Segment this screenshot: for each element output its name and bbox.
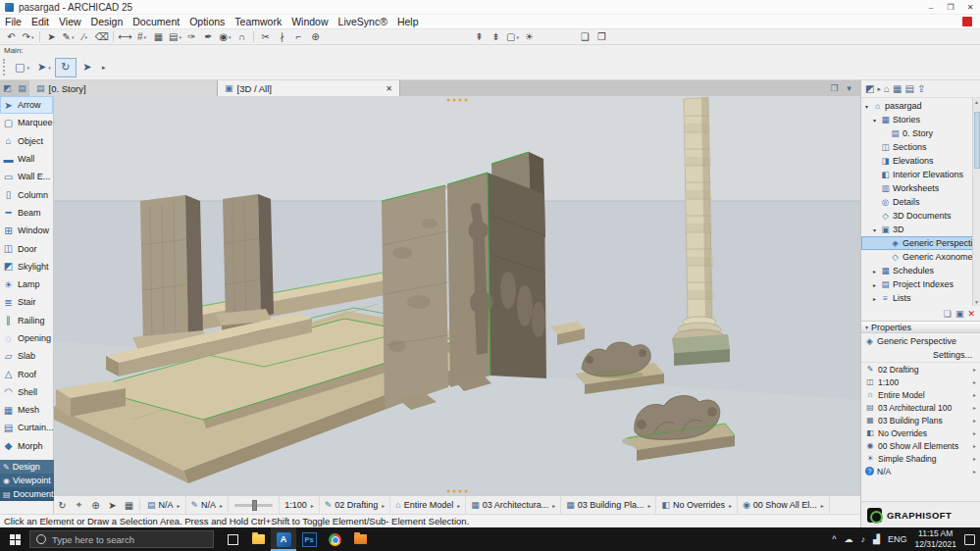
- archicad-taskbar-button[interactable]: A: [271, 527, 296, 551]
- polyline-icon[interactable]: ∕: [77, 29, 92, 44]
- tree-item-3d-documents[interactable]: ◇ 3D Documents: [861, 209, 980, 223]
- scroll-up-icon[interactable]: ▲: [974, 99, 979, 105]
- tree-item-3d[interactable]: ▾ ▣ 3D: [861, 223, 980, 236]
- magnet-icon[interactable]: ∩: [234, 29, 249, 44]
- orange-folder-button[interactable]: [347, 527, 373, 551]
- tree-item-details[interactable]: ◎ Details: [861, 195, 980, 209]
- section-document[interactable]: ▤ Document: [0, 487, 54, 501]
- section-viewpoint[interactable]: ◉ Viewpoint: [0, 474, 54, 487]
- tab-list-icon[interactable]: ❐: [827, 83, 842, 93]
- wall-tool[interactable]: ▬ Wall: [0, 150, 53, 168]
- news-badge-icon[interactable]: [962, 17, 972, 26]
- scrollbar-thumb[interactable]: [974, 112, 980, 169]
- zoom-icon[interactable]: ⊕: [308, 29, 323, 44]
- menu-item[interactable]: Help: [392, 15, 424, 28]
- cloud-icon[interactable]: ☁: [845, 534, 853, 544]
- hatch-icon[interactable]: ▦: [151, 29, 166, 44]
- railing-tool[interactable]: ∥ Railing: [0, 312, 53, 329]
- quick-option-row[interactable]: ▦ 03 Building Plans: [861, 414, 980, 426]
- zoom-tool-icon[interactable]: ⊕: [87, 500, 104, 511]
- inject-parameters-icon[interactable]: ✒: [201, 29, 216, 44]
- arrow-icon[interactable]: ➤: [44, 29, 59, 44]
- close-button[interactable]: ✕: [960, 3, 980, 12]
- group-icon[interactable]: ❑: [578, 29, 593, 44]
- model-pillar-2[interactable]: [216, 194, 274, 336]
- door-tool[interactable]: ◫ Door: [0, 239, 53, 257]
- viewport-3d-canvas[interactable]: [54, 96, 860, 495]
- menu-item[interactable]: Document: [128, 15, 184, 28]
- quick-option-row[interactable]: ◧ No Overrides: [861, 426, 980, 439]
- camera-icon[interactable]: ▢: [505, 29, 520, 44]
- orbit-button[interactable]: ↻: [55, 58, 77, 77]
- quick-option-field[interactable]: ◉ 00 Show All El...: [738, 496, 830, 514]
- marquee-mode-button[interactable]: ▢: [11, 58, 33, 77]
- story-panel-icon[interactable]: ▤: [15, 80, 29, 96]
- wall-end-tool[interactable]: ▭ Wall E...: [0, 168, 53, 185]
- navigator-pin-icon[interactable]: ◩: [865, 83, 874, 94]
- tree-item-generic-axonometry[interactable]: ◇ Generic Axonometry: [861, 250, 980, 264]
- lamp-tool[interactable]: ☀ Lamp: [0, 276, 53, 293]
- delete-icon[interactable]: ✕: [967, 309, 975, 319]
- arrow-tool[interactable]: ➤ Arrow: [0, 96, 53, 114]
- quick-option-field[interactable]: ▤ N/A: [142, 496, 186, 514]
- arrow-tool-button[interactable]: ➤: [77, 58, 98, 77]
- menu-item[interactable]: Options: [184, 15, 230, 28]
- navigator-chevron-icon[interactable]: ▸: [877, 85, 881, 93]
- quick-option-row[interactable]: ✎ 02 Drafting: [861, 363, 980, 376]
- skylight-tool[interactable]: ◩ Skylight: [0, 258, 53, 276]
- beam-tool[interactable]: ━ Beam: [0, 204, 53, 222]
- fit-view-icon[interactable]: ⌖: [71, 499, 87, 511]
- quick-option-field[interactable]: ◧ No Overrides: [656, 496, 738, 514]
- layers-icon[interactable]: ▤: [168, 29, 182, 44]
- quick-option-field[interactable]: ✎ N/A: [186, 496, 230, 514]
- taskbar-clock[interactable]: 11:15 AM 12/31/2021: [914, 528, 956, 549]
- toolbar-overflow-chevron[interactable]: ▸: [102, 64, 106, 72]
- pen-icon[interactable]: ✎: [61, 29, 76, 44]
- properties-header[interactable]: ▾ Properties: [861, 321, 980, 333]
- viewport-3d[interactable]: [54, 96, 860, 495]
- slab-tool[interactable]: ▱ Slab: [0, 347, 53, 365]
- settings-link[interactable]: Settings...: [933, 350, 972, 360]
- window-tool[interactable]: ⊞ Window: [0, 222, 53, 239]
- quick-option-row[interactable]: ◉ 00 Show All Elements: [861, 439, 980, 452]
- object-tool[interactable]: ⌂ Object: [0, 132, 53, 150]
- zoom-slider-thumb[interactable]: [252, 500, 257, 511]
- tab-3d[interactable]: ▣ [3D / All] ✕: [218, 80, 400, 96]
- quick-option-row[interactable]: ☀ Simple Shading: [861, 452, 980, 465]
- menu-item[interactable]: File: [0, 15, 26, 28]
- story-down-icon[interactable]: ⇟: [489, 29, 503, 44]
- mesh-tool[interactable]: ▦ Mesh: [0, 401, 53, 419]
- scroll-down-icon[interactable]: ▼: [974, 299, 979, 305]
- quick-option-field[interactable]: ▦ 03 Building Pla...: [561, 496, 656, 514]
- pane-toggle-icon[interactable]: ◩: [0, 80, 15, 96]
- stair-tool[interactable]: ≣ Stair: [0, 293, 53, 311]
- quick-option-field[interactable]: 1:100: [280, 496, 320, 514]
- expand-chevron-icon[interactable]: ▸: [871, 268, 878, 275]
- quick-option-row[interactable]: ▤ 03 Architectural 100: [861, 401, 980, 414]
- tree-item-root[interactable]: ▾ ⌂ pasargad: [861, 99, 980, 113]
- tree-item-sections[interactable]: ◫ Sections: [861, 140, 980, 154]
- chrome-button[interactable]: [322, 527, 347, 551]
- orbit-icon[interactable]: ↻: [54, 500, 71, 511]
- curtain-wall-tool[interactable]: ▤ Curtain...: [0, 419, 53, 436]
- maximize-button[interactable]: ❐: [941, 3, 960, 12]
- expand-chevron-icon[interactable]: ▾: [871, 226, 878, 233]
- action-center-icon[interactable]: [964, 534, 975, 545]
- expand-chevron-icon[interactable]: ▾: [871, 117, 878, 124]
- quick-option-field[interactable]: ✎ 02 Drafting: [320, 496, 391, 514]
- quick-option-field[interactable]: ▦ 03 Architectura...: [466, 496, 561, 514]
- expand-chevron-icon[interactable]: ▸: [871, 281, 878, 288]
- tree-scrollbar[interactable]: ▲ ▼: [972, 98, 980, 306]
- scissors-icon[interactable]: ✂: [258, 29, 273, 44]
- photoshop-button[interactable]: Ps: [296, 527, 322, 551]
- project-map-icon[interactable]: ⌂: [884, 83, 890, 94]
- tree-item-interior-elevations[interactable]: ◧ Interior Elevations: [861, 168, 980, 181]
- opening-tool[interactable]: ◌ Opening: [0, 329, 53, 347]
- split-icon[interactable]: ∤: [275, 29, 289, 44]
- quick-option-row[interactable]: ⌂ Entire Model: [861, 388, 980, 401]
- clone-folder-icon[interactable]: ❏: [944, 309, 952, 319]
- tree-item-schedules[interactable]: ▸ ▦ Schedules: [861, 264, 980, 277]
- menu-item[interactable]: Design: [86, 15, 129, 28]
- tree-item-project-indexes[interactable]: ▸ ▤ Project Indexes: [861, 277, 980, 291]
- undo-icon[interactable]: ↶: [4, 29, 19, 44]
